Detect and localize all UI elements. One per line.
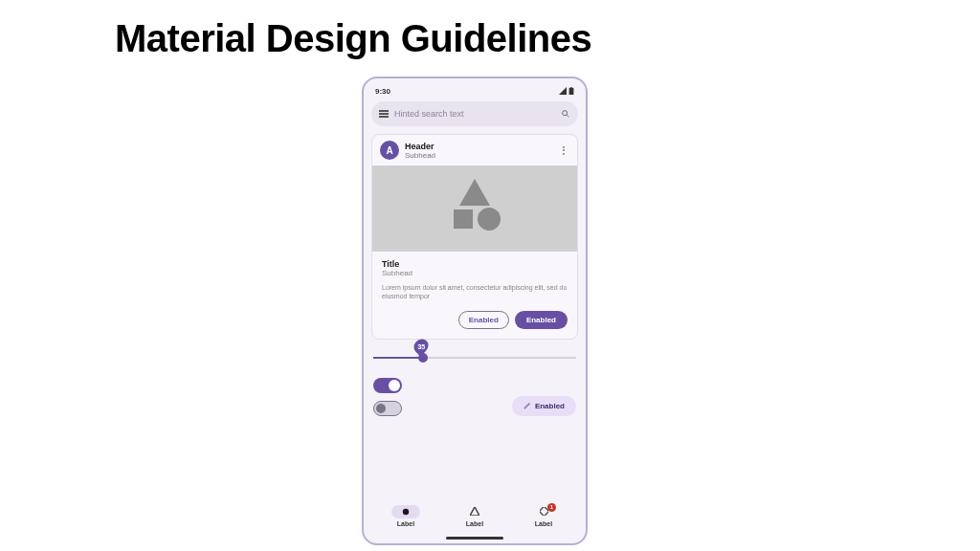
svg-marker-0 (559, 87, 567, 95)
slider-thumb[interactable] (418, 353, 428, 363)
nav-label: Label (466, 520, 483, 527)
nav-label: Label (535, 520, 552, 527)
switch-group (373, 378, 402, 416)
card-description: Lorem ipsum dolor sit amet, consectetur … (382, 283, 568, 301)
svg-line-4 (567, 115, 568, 117)
svg-rect-2 (570, 87, 572, 88)
card-header-title: Header (405, 142, 552, 151)
gesture-handle[interactable] (446, 537, 503, 540)
search-input[interactable]: Hinted search text (394, 109, 555, 119)
signal-icon (559, 87, 567, 95)
svg-point-5 (403, 508, 409, 514)
triangle-icon (459, 179, 490, 206)
svg-marker-6 (470, 507, 479, 516)
menu-icon[interactable] (379, 110, 389, 118)
status-time: 9:30 (375, 87, 390, 96)
switch-off[interactable] (373, 401, 402, 416)
circle-filled-icon (402, 508, 410, 516)
nav-item-3[interactable]: 1 Label (509, 496, 578, 535)
outlined-button[interactable]: Enabled (458, 311, 509, 329)
svg-rect-1 (569, 88, 574, 95)
circle-icon (478, 208, 501, 231)
filled-button[interactable]: Enabled (515, 311, 568, 329)
nav-item-2[interactable]: Label (440, 496, 509, 535)
card-header-subhead: Subhead (405, 151, 552, 160)
nav-badge: 1 (547, 503, 556, 512)
search-bar[interactable]: Hinted search text (371, 101, 578, 126)
nav-item-1[interactable]: Label (371, 496, 440, 535)
card-subhead: Subhead (382, 269, 568, 277)
triangle-outline-icon (470, 507, 479, 516)
battery-icon (568, 87, 574, 95)
card-actions: Enabled Enabled (382, 311, 568, 329)
status-bar: 9:30 (371, 84, 578, 98)
slider[interactable]: 35 (373, 351, 576, 364)
more-vert-icon[interactable] (558, 146, 569, 155)
tonal-button[interactable]: Enabled (512, 396, 576, 416)
svg-point-3 (563, 111, 568, 116)
slider-area: 35 (371, 351, 578, 364)
card-media (372, 165, 577, 252)
status-icons (559, 87, 574, 95)
card-body: Title Subhead Lorem ipsum dolor sit amet… (372, 252, 577, 339)
card: A Header Subhead Title Subhead Lorem ips… (371, 134, 578, 340)
nav-label: Label (397, 520, 414, 527)
card-title: Title (382, 259, 568, 269)
avatar[interactable]: A (380, 141, 399, 160)
card-header: A Header Subhead (372, 135, 577, 165)
phone-frame: 9:30 Hinted search text A Header Subhead (362, 77, 588, 545)
search-icon[interactable] (561, 109, 570, 119)
square-icon (454, 209, 473, 229)
bottom-nav: Label Label 1 Label (371, 496, 578, 535)
page-title: Material Design Guidelines (115, 17, 591, 60)
switch-on[interactable] (373, 378, 402, 393)
slider-fill (373, 357, 422, 359)
edit-icon (523, 402, 531, 409)
